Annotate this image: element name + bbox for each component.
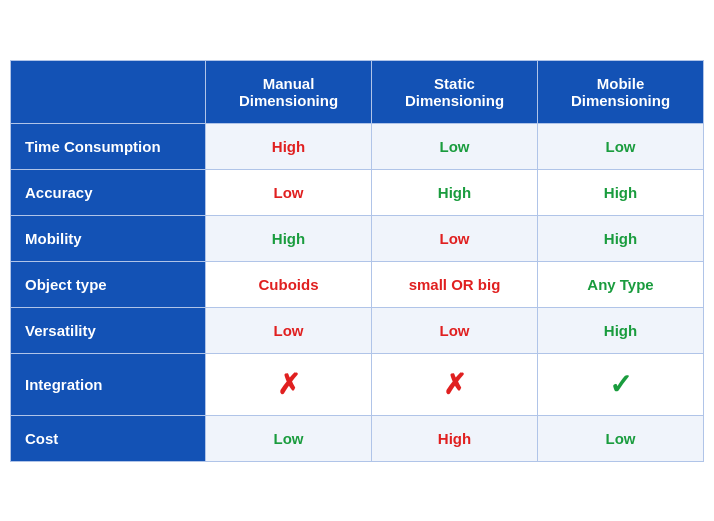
cell-col2: Cuboids — [206, 261, 372, 307]
cell-col3: Low — [372, 215, 538, 261]
row-label: Versatility — [11, 307, 206, 353]
row-label: Time Consumption — [11, 123, 206, 169]
table-row: MobilityHighLowHigh — [11, 215, 704, 261]
cell-col2: Low — [206, 307, 372, 353]
row-label: Cost — [11, 415, 206, 461]
table-row: Object typeCuboidssmall OR bigAny Type — [11, 261, 704, 307]
cell-col3: ✗ — [372, 353, 538, 415]
cell-col2: Low — [206, 169, 372, 215]
cell-col3: Low — [372, 123, 538, 169]
comparison-table: Manual Dimensioning Static Dimensioning … — [10, 60, 704, 462]
table-row: CostLowHighLow — [11, 415, 704, 461]
comparison-table-wrapper: Manual Dimensioning Static Dimensioning … — [0, 50, 714, 472]
cell-col4: Low — [538, 415, 704, 461]
cell-col2: ✗ — [206, 353, 372, 415]
header-manual: Manual Dimensioning — [206, 60, 372, 123]
cell-col4: High — [538, 215, 704, 261]
header-empty — [11, 60, 206, 123]
row-label: Integration — [11, 353, 206, 415]
header-static: Static Dimensioning — [372, 60, 538, 123]
cell-col2: High — [206, 215, 372, 261]
row-label: Accuracy — [11, 169, 206, 215]
cell-col4: Low — [538, 123, 704, 169]
header-mobile: Mobile Dimensioning — [538, 60, 704, 123]
cell-col4: ✓ — [538, 353, 704, 415]
cell-col4: High — [538, 307, 704, 353]
table-row: Integration✗✗✓ — [11, 353, 704, 415]
table-row: AccuracyLowHighHigh — [11, 169, 704, 215]
table-row: Time ConsumptionHighLowLow — [11, 123, 704, 169]
cell-col3: High — [372, 415, 538, 461]
cell-col3: High — [372, 169, 538, 215]
cell-col2: Low — [206, 415, 372, 461]
cell-col3: small OR big — [372, 261, 538, 307]
row-label: Object type — [11, 261, 206, 307]
cell-col3: Low — [372, 307, 538, 353]
table-row: VersatilityLowLowHigh — [11, 307, 704, 353]
row-label: Mobility — [11, 215, 206, 261]
cell-col4: Any Type — [538, 261, 704, 307]
cell-col4: High — [538, 169, 704, 215]
cell-col2: High — [206, 123, 372, 169]
